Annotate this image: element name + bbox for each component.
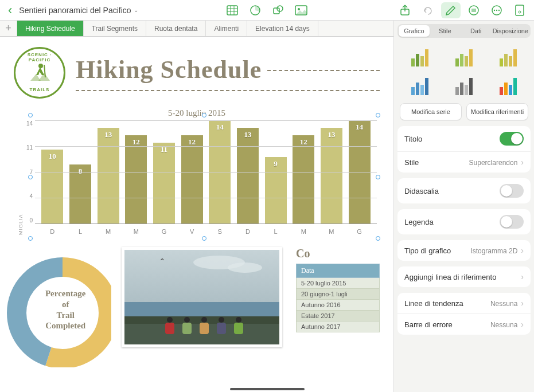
- chart-bar: 13: [321, 128, 342, 224]
- chart-bar: 12: [125, 135, 147, 224]
- chart-style-thumb[interactable]: [489, 45, 527, 68]
- chart-title: 5-20 luglio 2015: [17, 108, 377, 118]
- chart-style-thumb[interactable]: [445, 73, 484, 96]
- inspector-tab[interactable]: Dati: [461, 25, 492, 37]
- sheet-tab[interactable]: Ruota dentata: [146, 21, 206, 36]
- chevron-right-icon: ›: [521, 246, 524, 255]
- chart-style-thumb[interactable]: [401, 45, 439, 68]
- svg-point-9: [298, 8, 300, 10]
- chart-bar: 9: [265, 157, 287, 224]
- selection-handle[interactable]: [202, 236, 206, 241]
- inspector-tab[interactable]: Disposizione: [492, 25, 529, 37]
- selection-handle[interactable]: [376, 236, 380, 241]
- chart-bar: 12: [181, 135, 203, 224]
- chevron-right-icon: ›: [521, 158, 524, 167]
- more-icon[interactable]: [487, 2, 506, 18]
- bird-icon: ⌃: [159, 257, 166, 266]
- document-title[interactable]: Sentieri panoramici del Pacifico ⌄: [19, 6, 138, 15]
- svg-point-7: [277, 6, 283, 11]
- table-header: Data: [296, 264, 380, 278]
- chart-bar: 11: [153, 143, 175, 224]
- table-title-fragment: Co: [296, 247, 380, 260]
- document-title-text: Sentieri panoramici del Pacifico: [19, 6, 131, 15]
- document-settings-icon[interactable]: [510, 2, 529, 18]
- sheet-tab[interactable]: Elevation 14 days: [247, 21, 318, 36]
- chevron-right-icon: ›: [521, 320, 524, 329]
- y-axis-label: MIGLIA: [17, 120, 25, 235]
- table-row[interactable]: Estate 2017: [296, 311, 380, 322]
- hiker-icon: [28, 61, 51, 84]
- insert-table-icon[interactable]: [223, 2, 242, 18]
- chevron-right-icon: ›: [521, 272, 524, 281]
- bar-chart[interactable]: 5-20 luglio 2015 MIGLIA 1411740 10813121…: [14, 104, 380, 238]
- title-style-row[interactable]: Stile Superclarendon›: [397, 151, 531, 173]
- share-icon[interactable]: [395, 2, 415, 18]
- svg-point-16: [494, 9, 495, 10]
- chevron-right-icon: ›: [521, 299, 524, 308]
- table-row[interactable]: Autunno 2017: [296, 322, 380, 332]
- data-table[interactable]: Co Data 5-20 luglio 201520 giugno-1 lugl…: [296, 247, 380, 332]
- caption-toggle-row: Didascalia: [397, 178, 531, 203]
- add-sheet-button[interactable]: +: [0, 21, 17, 36]
- canvas-area: SCENIC · PACIFIC TRAILS Hiking Schedule …: [0, 37, 393, 392]
- format-icon[interactable]: [441, 2, 461, 18]
- chart-type-row[interactable]: Tipo di grafico Istogramma 2D›: [397, 240, 531, 261]
- title-decoration: [267, 70, 380, 71]
- svg-point-18: [498, 9, 500, 10]
- svg-rect-19: [516, 5, 524, 15]
- sheet-tab[interactable]: Alimenti: [206, 21, 247, 36]
- svg-point-17: [496, 9, 497, 10]
- sheet-tab[interactable]: Hiking Schedule: [17, 21, 84, 36]
- table-row[interactable]: 20 giugno-1 lugli: [296, 289, 380, 300]
- svg-point-20: [519, 11, 521, 13]
- page-title: Hiking Schedule: [76, 55, 262, 84]
- insert-icons: [223, 2, 311, 18]
- chart-bar: 13: [98, 128, 119, 224]
- chart-style-thumb[interactable]: [445, 45, 484, 68]
- title-toggle[interactable]: [500, 132, 524, 146]
- modify-references-button[interactable]: Modifica riferimenti: [466, 103, 528, 120]
- legend-toggle-row: Legenda: [397, 209, 531, 234]
- donut-chart[interactable]: Percentage of Trail Completed: [0, 247, 111, 367]
- organize-icon[interactable]: [464, 2, 484, 18]
- modify-series-button[interactable]: Modifica serie: [400, 103, 462, 120]
- table-row[interactable]: Autunno 2016: [296, 300, 380, 311]
- trail-badge: SCENIC · PACIFIC TRAILS: [14, 47, 65, 99]
- sheet-tab[interactable]: Trail Segments: [84, 21, 146, 36]
- chart-bar: 12: [293, 135, 314, 224]
- insert-media-icon[interactable]: [291, 2, 311, 18]
- chart-bar: 8: [69, 164, 91, 224]
- home-indicator: [230, 388, 305, 390]
- inspector-tab[interactable]: Stile: [430, 25, 461, 37]
- chart-style-thumb[interactable]: [401, 73, 439, 96]
- format-inspector: Grafico Stile Dati Disposizione Modifica…: [393, 21, 534, 392]
- chevron-down-icon: ⌄: [134, 7, 138, 13]
- chart-style-thumb[interactable]: [489, 73, 527, 96]
- y-axis-ticks: 1411740: [25, 120, 35, 235]
- svg-rect-0: [227, 6, 237, 15]
- inspector-tabs: Grafico Stile Dati Disposizione: [397, 24, 531, 38]
- legend-toggle[interactable]: [500, 215, 524, 229]
- photo[interactable]: ⌃: [122, 247, 282, 347]
- add-reference-line-row[interactable]: Aggiungi linea di riferimento ›: [397, 266, 531, 287]
- title-toggle-row: Titolo: [397, 126, 531, 151]
- chart-style-grid: [397, 38, 531, 103]
- chart-bar: 10: [41, 150, 63, 224]
- svg-point-21: [38, 64, 43, 68]
- x-axis-labels: DLMMGVSDLMMG: [35, 226, 377, 235]
- selection-handle[interactable]: [28, 236, 33, 241]
- table-row[interactable]: 5-20 luglio 2015: [296, 278, 380, 289]
- inspector-tab[interactable]: Grafico: [399, 25, 430, 37]
- insert-chart-icon[interactable]: [245, 2, 265, 18]
- top-toolbar: ‹ Sentieri panoramici del Pacifico ⌄: [0, 0, 534, 21]
- back-button[interactable]: ‹: [5, 3, 15, 18]
- trendlines-row[interactable]: Linee di tendenza Nessuna›: [397, 293, 531, 313]
- undo-icon[interactable]: [418, 2, 438, 18]
- caption-toggle[interactable]: [500, 184, 524, 198]
- action-icons: [395, 2, 529, 18]
- page-header: SCENIC · PACIFIC TRAILS Hiking Schedule: [14, 47, 380, 99]
- donut-center-text: Percentage of Trail Completed: [45, 288, 86, 331]
- error-bars-row[interactable]: Barre di errore Nessuna›: [397, 313, 531, 335]
- chart-plot-area: 1081312111214139121314 DLMMGVSDLMMG: [35, 120, 377, 235]
- insert-shape-icon[interactable]: [268, 2, 288, 18]
